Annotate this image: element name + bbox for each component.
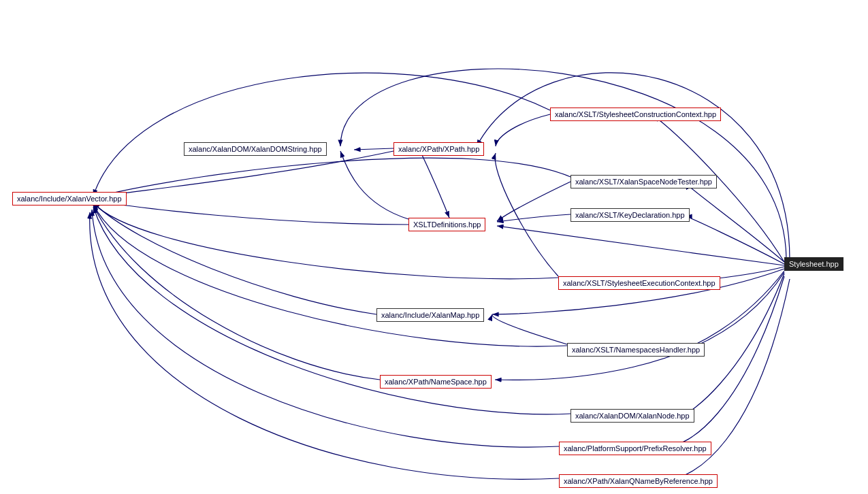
node-xalan-node[interactable]: xalanc/XalanDOM/XalanNode.hpp — [570, 409, 694, 423]
node-xalan-space-node-tester[interactable]: xalanc/XSLT/XalanSpaceNodeTester.hpp — [570, 175, 717, 188]
node-stylesheet-construction-context[interactable]: xalanc/XSLT/StylesheetConstructionContex… — [550, 108, 721, 121]
node-xalan-map[interactable]: xalanc/Include/XalanMap.hpp — [376, 308, 484, 322]
node-prefix-resolver[interactable]: xalanc/PlatformSupport/PrefixResolver.hp… — [559, 442, 711, 455]
node-stylesheet-execution-context[interactable]: xalanc/XSLT/StylesheetExecutionContext.h… — [558, 276, 720, 290]
node-xalan-vector[interactable]: xalanc/Include/XalanVector.hpp — [12, 192, 127, 205]
node-stylesheet[interactable]: Stylesheet.hpp — [784, 257, 843, 271]
node-xalan-qname-by-reference[interactable]: xalanc/XPath/XalanQNameByReference.hpp — [559, 474, 718, 488]
node-xslt-definitions[interactable]: XSLTDefinitions.hpp — [408, 218, 485, 231]
node-key-declaration[interactable]: xalanc/XSLT/KeyDeclaration.hpp — [570, 208, 690, 222]
node-xpath[interactable]: xalanc/XPath/XPath.hpp — [393, 142, 484, 156]
node-namespaces-handler[interactable]: xalanc/XSLT/NamespacesHandler.hpp — [567, 343, 705, 357]
node-xalan-dom-string[interactable]: xalanc/XalanDOM/XalanDOMString.hpp — [184, 142, 327, 156]
dependency-graph: xalanc/Include/XalanVector.hpp xalanc/Xa… — [0, 0, 868, 494]
edges-svg — [0, 0, 868, 494]
node-namespace[interactable]: xalanc/XPath/NameSpace.hpp — [380, 375, 492, 389]
